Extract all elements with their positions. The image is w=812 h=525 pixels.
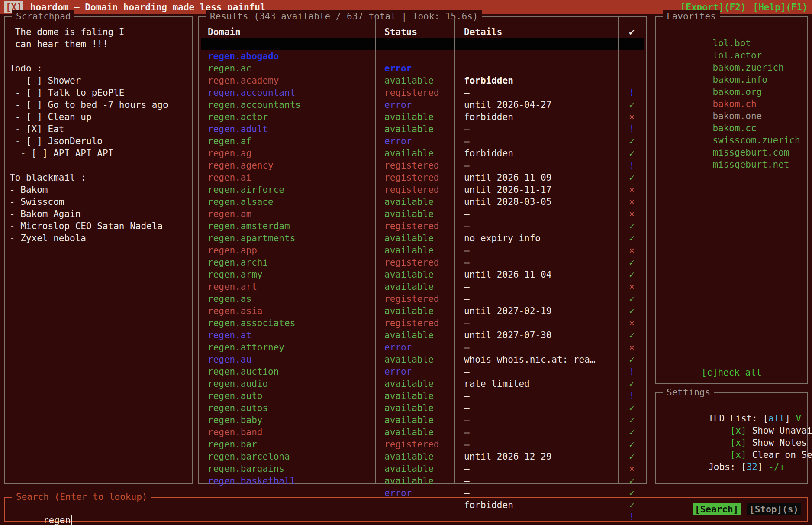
checkbox-label: Clear on Search — [752, 450, 812, 460]
scratchpad-note[interactable]: The dome is faling I can hear them !!! T… — [5, 17, 192, 244]
table-row[interactable]: regen.amsterdam available – ✓ — [199, 208, 646, 220]
favorite-domain-label: lol.actor — [712, 50, 762, 61]
favorite-domain-label: lol.bot — [712, 38, 751, 49]
table-row[interactable]: regen.alsace available – ✓ — [199, 184, 646, 196]
table-row[interactable]: regen.ag registered until 2026-11-09 × — [199, 135, 646, 147]
table-row[interactable]: regen.auction available – ✓ — [199, 353, 646, 366]
table-row[interactable]: regen.abogado error forbidden ! — [199, 38, 646, 50]
favorite-domain-label: bakom.org — [712, 87, 762, 97]
status-mark-icon: ✓ — [618, 475, 646, 487]
column-header-status: Status — [384, 26, 417, 38]
table-row[interactable]: regen.band registered until 2026-12-29 × — [199, 414, 646, 426]
table-row[interactable]: regen.auto available – ✓ — [199, 378, 646, 390]
table-row[interactable]: regen.adult error forbidden ! — [199, 111, 646, 123]
help-button[interactable]: [Help](F1) — [753, 1, 808, 13]
results-panel: Results (343 available / 637 total | Too… — [198, 16, 647, 484]
checkbox-label: Show Unavailable — [752, 425, 812, 436]
status-cell: available — [384, 475, 434, 487]
check-all-button[interactable]: [c]heck all — [656, 366, 807, 379]
settings-panel-title: Settings — [663, 386, 714, 399]
table-row[interactable]: regen.actor available – ✓ — [199, 99, 646, 111]
search-actions: [Search] [Stop](s) — [693, 503, 801, 515]
table-row[interactable]: regen.archi available – ✓ — [199, 244, 646, 256]
favorites-list: lol.bot lol.actor bakom.zuerich bakom.in… — [656, 17, 807, 159]
table-row[interactable]: regen.agency registered until 2026-11-17… — [199, 147, 646, 159]
table-row[interactable]: regen.autos available – ✓ — [199, 390, 646, 402]
column-header-details: Details — [464, 26, 503, 38]
favorites-panel: Favorites lol.bot lol.actor bakom.zueric… — [655, 16, 808, 384]
results-table: Domain Status Details ✔ regen.abogado er… — [199, 17, 646, 483]
table-row[interactable]: regen.barcelona available – ✓ — [199, 438, 646, 450]
checkbox: [x] — [730, 438, 747, 448]
tld-list-row[interactable]: TLD List: [all] V — [664, 400, 807, 412]
tld-list-value: all — [768, 413, 785, 424]
domain-cell: regen.basketball — [208, 475, 295, 487]
favorite-item[interactable]: lol.bot — [658, 25, 807, 37]
scratchpad-panel: Scratchpad The dome is faling I can hear… — [4, 16, 193, 484]
table-row[interactable]: regen.bar available – ✓ — [199, 426, 646, 438]
search-panel-title: Search (Enter to lookup) — [12, 491, 151, 503]
jobs-bracket: ] — [757, 462, 768, 472]
details-cell: – — [464, 475, 470, 487]
stop-button[interactable]: [Stop](s) — [747, 503, 801, 515]
favorite-domain-label: bakom.one — [712, 111, 762, 121]
table-row[interactable]: regen.ac available – ✓ — [199, 50, 646, 62]
table-row[interactable]: regen.ai registered until 2028-03-05 × — [199, 159, 646, 172]
search-panel: Search (Enter to lookup) regen [Search] … — [4, 497, 808, 522]
table-row[interactable]: regen.art registered until 2027-02-19 × — [199, 269, 646, 281]
table-row[interactable]: regen.au error rate limited ! — [199, 341, 646, 353]
table-row[interactable]: regen.apartments available – ✓ — [199, 220, 646, 232]
favorite-domain-label: swisscom.zuerich — [712, 135, 800, 146]
table-row[interactable]: regen.academy registered until 2026-04-2… — [199, 62, 646, 75]
settings-panel: Settings TLD List: [all] V [x]Show Unava… — [655, 392, 808, 484]
favorite-domain-label: bakom.zuerich — [712, 62, 783, 73]
column-separator — [618, 17, 619, 483]
search-button[interactable]: [Search] — [693, 503, 741, 515]
table-row[interactable]: regen.associates available – ✓ — [199, 305, 646, 317]
table-header: Domain Status Details ✔ — [199, 26, 646, 38]
table-row[interactable]: regen.accountants available – ✓ — [199, 87, 646, 99]
table-row[interactable]: regen.am registered no expiry info × — [199, 196, 646, 208]
table-row[interactable]: regen.basketball error forbidden ! — [199, 463, 646, 475]
checkbox-label: Show Notes Panel — [752, 438, 812, 448]
checkbox: [x] — [730, 425, 747, 436]
table-row[interactable]: regen.at error whois whois.nic.at: rea… … — [199, 317, 646, 329]
table-row[interactable]: regen.audio available – ✓ — [199, 366, 646, 378]
scratchpad-panel-title: Scratchpad — [12, 10, 74, 23]
results-rows: regen.abogado error forbidden ! regen.ac… — [199, 38, 646, 475]
favorite-domain-label: bakom.cc — [712, 123, 756, 133]
text-cursor — [71, 515, 72, 525]
column-separator — [375, 17, 376, 483]
table-row[interactable]: regen.asia registered until 2027-07-30 × — [199, 293, 646, 305]
favorite-domain-label: bakom.ch — [712, 99, 756, 109]
jobs-value: 32 — [747, 462, 757, 472]
jobs-stepper[interactable]: -/+ — [768, 462, 785, 472]
favorite-domain-label: missgeburt.net — [712, 159, 789, 170]
table-row[interactable]: regen.accountant error forbidden ! — [199, 75, 646, 87]
column-separator — [454, 17, 455, 483]
app-screen: [X] hoardom — Domain hoarding made less … — [0, 0, 812, 525]
table-row[interactable]: regen.af available – ✓ — [199, 123, 646, 135]
search-input-value: regen — [43, 515, 71, 525]
table-row[interactable]: regen.app registered until 2026-11-04 × — [199, 232, 646, 244]
table-row[interactable]: regen.airforce available – ✓ — [199, 172, 646, 184]
table-row[interactable]: regen.baby available – ✓ — [199, 402, 646, 414]
tld-list-bracket: ] — [785, 413, 796, 424]
column-header-domain: Domain — [208, 26, 241, 38]
checkbox: [x] — [730, 450, 747, 460]
favorite-domain-label: bakom.info — [712, 75, 767, 85]
settings-body: TLD List: [all] V [x]Show Unavailable [x… — [656, 393, 807, 461]
table-row[interactable]: regen.as available – ✓ — [199, 281, 646, 293]
tld-dropdown-icon[interactable]: V — [796, 413, 801, 424]
table-row[interactable]: regen.attorney available – ✓ — [199, 329, 646, 341]
favorite-domain-label: missgeburt.com — [712, 147, 789, 158]
tld-list-label: TLD List: [ — [708, 413, 768, 424]
table-row[interactable]: regen.bargains available – ✓ — [199, 450, 646, 463]
table-row[interactable]: regen.army available – ✓ — [199, 256, 646, 269]
jobs-label: Jobs: [ — [708, 462, 747, 472]
column-header-check-icon: ✔ — [618, 26, 646, 38]
favorites-panel-title: Favorites — [663, 10, 720, 23]
